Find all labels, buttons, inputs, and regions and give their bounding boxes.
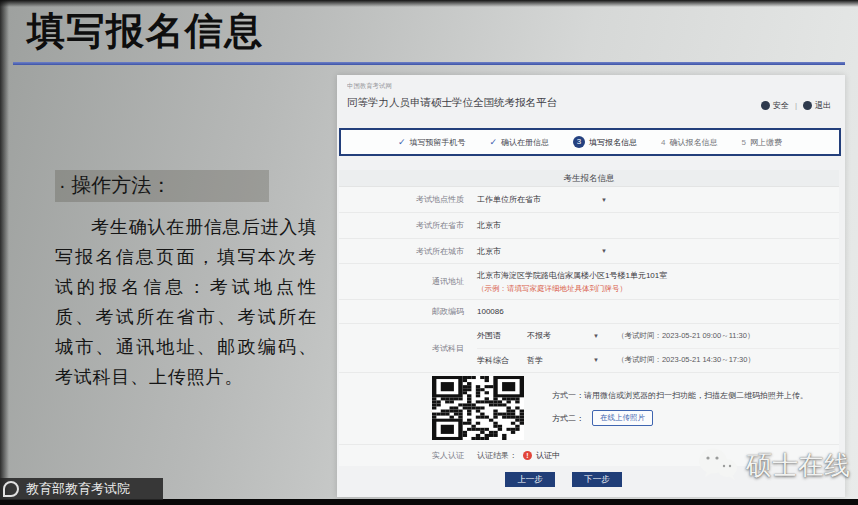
registration-form: 考生报名信息 考试地点性质 工作单位所在省市 ▼ 考试所在省市 北京市 考试所在…: [339, 170, 839, 466]
photo-method-1: 方式一：请用微信或浏览器的扫一扫功能，扫描左侧二维码拍照并上传。: [552, 390, 808, 401]
platform-title: 同等学力人员申请硕士学位全国统考报名平台: [347, 96, 557, 110]
chevron-down-icon[interactable]: ▼: [593, 333, 599, 339]
foreign-language-select[interactable]: 不报考: [527, 330, 579, 341]
chevron-down-icon[interactable]: ▼: [601, 197, 607, 203]
form-title: 考生报名信息: [339, 170, 839, 187]
header-separator: |: [795, 101, 797, 110]
neea-logo-icon: [3, 481, 19, 497]
row-photo-upload: 上传照片 方式一：请用微信或浏览器的扫一扫功能，扫描左侧二维码拍照并上传。 方式…: [339, 373, 839, 445]
chevron-down-icon[interactable]: ▼: [601, 248, 607, 254]
instructions-heading: · 操作方法：: [55, 170, 269, 202]
photo-method-2-label: 方式二：: [552, 413, 584, 424]
previous-step-button[interactable]: 上一步: [505, 472, 555, 487]
logout-link[interactable]: 退出: [815, 100, 831, 111]
wechat-icon: [697, 446, 739, 484]
footer-brand-text: 教育部教育考试院: [26, 480, 130, 498]
check-icon: ✓: [490, 137, 498, 147]
next-step-button[interactable]: 下一步: [572, 472, 622, 487]
row-address: 通讯地址 北京市海淀区学院路电信家属楼小区1号楼1单元101室 （示例：请填写家…: [339, 264, 839, 300]
step-confirm-registration: 4 确认报名信息: [661, 137, 717, 148]
postcode-value: 100086: [477, 307, 504, 316]
instructions-block: · 操作方法： 考生确认在册信息后进入填写报名信息页面，填写本次考试的报名信息：…: [55, 170, 317, 392]
step-fill-registration: 3 填写报名信息: [573, 136, 637, 148]
address-value: 北京市海淀区学院路电信家属楼小区1号楼1单元101室: [477, 270, 667, 281]
footer-brand-bar: 教育部教育考试院: [0, 478, 163, 500]
title-divider: [13, 62, 845, 65]
online-upload-photo-button[interactable]: 在线上传照片: [592, 410, 653, 426]
subject-foreign-language: 外国语 不报考 ▼ （考试时间：2023-05-21 09:00～11:30）: [477, 324, 839, 349]
watermark: 硕士在线: [697, 446, 850, 484]
verification-result-label: 认证结果：: [477, 450, 517, 461]
step-fill-phone: ✓ 填写预留手机号: [398, 137, 466, 148]
instructions-body: 考生确认在册信息后进入填写报名信息页面，填写本次考试的报名信息：考试地点性质、考…: [55, 212, 317, 392]
page-title: 填写报名信息: [27, 6, 264, 57]
watermark-text: 硕士在线: [746, 448, 850, 483]
site-name: 中国教育考试网: [347, 82, 392, 91]
row-subjects: 考试科目 外国语 不报考 ▼ （考试时间：2023-05-21 09:00～11…: [339, 324, 839, 373]
location-type-select[interactable]: 工作单位所在省市: [477, 194, 555, 205]
left-vignette: [0, 0, 9, 505]
step-online-payment: 5 网上缴费: [742, 137, 782, 148]
current-step-badge: 3: [573, 136, 585, 148]
qr-code: [432, 376, 524, 440]
registration-platform-screenshot: 中国教育考试网 同等学力人员申请硕士学位全国统考报名平台 安全 | 退出 ✓ 填…: [337, 75, 845, 497]
verification-status: 认证中: [536, 450, 560, 461]
subject-discipline: 学科综合 哲学 ▼ （考试时间：2023-05-21 14:30～17:30）: [477, 349, 839, 373]
steps-bar: ✓ 填写预留手机号 ✓ 确认在册信息 3 填写报名信息 4 确认报名信息 5 网…: [339, 128, 841, 156]
safety-link[interactable]: 安全: [773, 100, 789, 111]
header-links: 安全 | 退出: [761, 100, 831, 111]
chevron-down-icon[interactable]: ▼: [593, 357, 599, 363]
province-value: 北京市: [477, 220, 501, 231]
row-city: 考试所在城市 北京市 ▼: [339, 239, 839, 264]
exam-time: （考试时间：2023-05-21 09:00～11:30）: [617, 331, 754, 341]
row-postcode: 邮政编码 100086: [339, 300, 839, 324]
safety-icon: [761, 101, 770, 110]
slide: 填写报名信息 · 操作方法： 考生确认在册信息后进入填写报名信息页面，填写本次考…: [0, 0, 858, 505]
address-note: （示例：请填写家庭详细地址具体到门牌号）: [477, 284, 627, 294]
row-province: 考试所在省市 北京市: [339, 213, 839, 239]
logout-icon: [803, 101, 812, 110]
city-select[interactable]: 北京市: [477, 246, 555, 257]
exam-time: （考试时间：2023-05-21 14:30～17:30）: [617, 355, 755, 365]
check-icon: ✓: [398, 137, 406, 147]
step-confirm-record: ✓ 确认在册信息: [490, 137, 550, 148]
discipline-select[interactable]: 哲学: [527, 355, 579, 366]
alert-icon: !: [523, 451, 532, 460]
row-location-type: 考试地点性质 工作单位所在省市 ▼: [339, 187, 839, 213]
